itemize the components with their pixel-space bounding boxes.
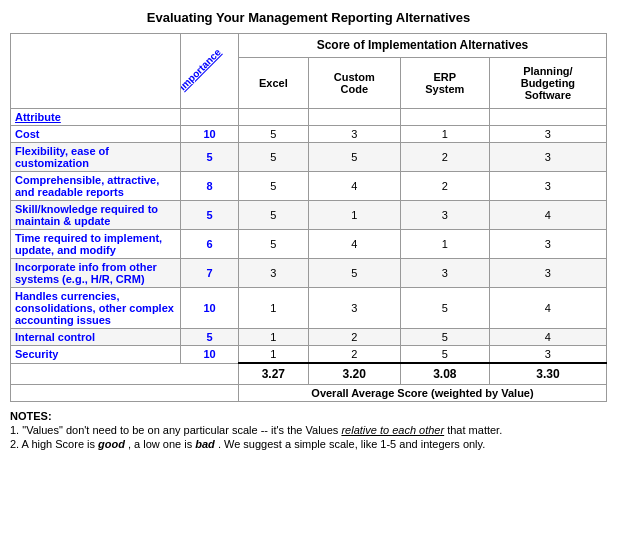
score-cell: 1 [239, 346, 309, 364]
attribute-cell: Cost [11, 126, 181, 143]
importance-cell: 5 [181, 329, 239, 346]
score-cell: 1 [239, 288, 309, 329]
score-cell: 3 [489, 126, 606, 143]
score-cell: 3 [400, 259, 489, 288]
avg-label: Overall Average Score (weighted by Value… [239, 385, 607, 402]
importance-cell: 8 [181, 172, 239, 201]
note1: 1. "Values" don't need to be on any part… [10, 424, 607, 436]
custom-sub-header [308, 109, 400, 126]
attribute-cell: Skill/knowledge required to maintain & u… [11, 201, 181, 230]
importance-cell: 10 [181, 288, 239, 329]
planning-sub-header [489, 109, 606, 126]
table-row: Security101253 [11, 346, 607, 364]
score-cell: 4 [489, 201, 606, 230]
excel-sub-header [239, 109, 309, 126]
score-cell: 3 [489, 172, 606, 201]
notes-title: NOTES: [10, 410, 607, 422]
erp-avg: 3.08 [400, 363, 489, 385]
score-cell: 5 [400, 288, 489, 329]
score-cell: 4 [489, 329, 606, 346]
importance-cell: 10 [181, 126, 239, 143]
score-cell: 2 [400, 143, 489, 172]
score-cell: 5 [308, 259, 400, 288]
importance-cell: 5 [181, 201, 239, 230]
score-cell: 1 [400, 230, 489, 259]
importance-cell: 6 [181, 230, 239, 259]
table-row: Skill/knowledge required to maintain & u… [11, 201, 607, 230]
erp-sub-header [400, 109, 489, 126]
importance-col-header [181, 109, 239, 126]
note2: 2. A high Score is good , a low one is b… [10, 438, 607, 450]
score-cell: 5 [239, 201, 309, 230]
score-cell: 5 [239, 126, 309, 143]
attribute-cell: Incorporate info from other systems (e.g… [11, 259, 181, 288]
score-cell: 3 [308, 288, 400, 329]
attribute-cell: Flexibility, ease of customization [11, 143, 181, 172]
avg-label-row: Overall Average Score (weighted by Value… [11, 385, 607, 402]
custom-col-header: CustomCode [308, 57, 400, 108]
score-cell: 2 [308, 329, 400, 346]
score-cell: 3 [489, 143, 606, 172]
score-cell: 4 [308, 230, 400, 259]
planning-col-header: Planning/BudgetingSoftware [489, 57, 606, 108]
importance-cell: 5 [181, 143, 239, 172]
notes-section: NOTES: 1. "Values" don't need to be on a… [10, 410, 607, 450]
attribute-cell: Comprehensible, attractive, and readable… [11, 172, 181, 201]
score-cell: 3 [400, 201, 489, 230]
score-cell: 2 [308, 346, 400, 364]
main-table: Importance Score of Implementation Alter… [10, 33, 607, 402]
score-cell: 2 [400, 172, 489, 201]
score-cell: 4 [308, 172, 400, 201]
score-cell: 3 [239, 259, 309, 288]
attribute-cell: Security [11, 346, 181, 364]
planning-avg: 3.30 [489, 363, 606, 385]
score-cell: 1 [308, 201, 400, 230]
table-row: Flexibility, ease of customization55523 [11, 143, 607, 172]
score-cell: 5 [308, 143, 400, 172]
score-cell: 3 [308, 126, 400, 143]
score-cell: 5 [400, 329, 489, 346]
score-cell: 1 [239, 329, 309, 346]
score-cell: 5 [239, 230, 309, 259]
table-row: Cost105313 [11, 126, 607, 143]
score-cell: 5 [239, 172, 309, 201]
custom-avg: 3.20 [308, 363, 400, 385]
score-cell: 3 [489, 259, 606, 288]
attribute-cell: Internal control [11, 329, 181, 346]
score-cell: 5 [239, 143, 309, 172]
importance-cell: 7 [181, 259, 239, 288]
importance-cell: 10 [181, 346, 239, 364]
score-cell: 3 [489, 230, 606, 259]
importance-diagonal-label: Importance [181, 47, 223, 93]
table-row: Incorporate info from other systems (e.g… [11, 259, 607, 288]
attribute-col-header: Attribute [11, 109, 181, 126]
table-row: Internal control51254 [11, 329, 607, 346]
score-cell: 3 [489, 346, 606, 364]
excel-avg: 3.27 [239, 363, 309, 385]
table-row: Time required to implement, update, and … [11, 230, 607, 259]
score-cell: 1 [400, 126, 489, 143]
page-title: Evaluating Your Management Reporting Alt… [10, 10, 607, 25]
score-cell: 4 [489, 288, 606, 329]
table-row: Comprehensible, attractive, and readable… [11, 172, 607, 201]
score-header: Score of Implementation Alternatives [239, 34, 607, 58]
score-cell: 5 [400, 346, 489, 364]
attribute-cell: Time required to implement, update, and … [11, 230, 181, 259]
excel-col-header: Excel [239, 57, 309, 108]
average-row: 3.27 3.20 3.08 3.30 [11, 363, 607, 385]
attribute-cell: Handles currencies, consolidations, othe… [11, 288, 181, 329]
erp-col-header: ERPSystem [400, 57, 489, 108]
table-row: Handles currencies, consolidations, othe… [11, 288, 607, 329]
